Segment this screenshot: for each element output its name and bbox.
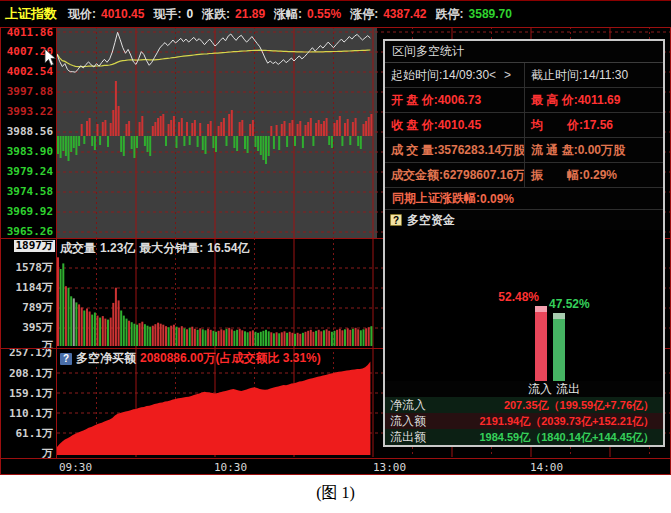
- open-high-row: 开 盘 价: 4006.73 最 高 价: 4011.69: [385, 88, 663, 113]
- amount-amplitude-row: 成交金额: 62798607.16万元 振 幅: 0.29%: [385, 163, 663, 188]
- mouse-cursor: [44, 49, 58, 67]
- funds-legend: 流入 流出: [385, 381, 663, 397]
- open-value: 4006.73: [438, 93, 481, 107]
- price-axis-label: 3988.56: [7, 126, 53, 138]
- time-axis: 09:3010:3013:0014:00: [0, 459, 671, 475]
- outflow-bar: [553, 313, 565, 381]
- frame-sep3: [0, 458, 671, 459]
- axis-divider: [56, 27, 57, 458]
- volume-axis-label: 1184万: [16, 282, 54, 294]
- volume-axis-label: 1578万: [16, 262, 54, 274]
- volume-header: 成交量 1.23亿 最大分钟量: 16.54亿: [60, 240, 249, 257]
- end-time-cell: 截止时间: 14/11:30: [524, 63, 663, 87]
- avg-price-cell: 均 价: 17.56: [524, 113, 663, 137]
- next-interval-button[interactable]: >: [504, 68, 511, 82]
- outflow-legend-label: 流出: [553, 381, 583, 398]
- netbuy-title: 多空净买额: [76, 350, 136, 367]
- total-volume-label: 成 交 量:: [391, 142, 438, 159]
- frame-top: [0, 27, 671, 28]
- close-label: 收 盘 价:: [391, 117, 438, 134]
- price-axis-label: 4002.54: [7, 66, 53, 78]
- total-volume-cell: 成 交 量: 3576283.14万股: [385, 138, 524, 162]
- left-axis-column: 4011.864007.204002.543997.883993.223988.…: [0, 27, 56, 458]
- same-period-label: 同期上证涨跌幅:: [392, 190, 480, 207]
- price-axis-label: 3979.24: [7, 166, 53, 178]
- close-price-cell: 收 盘 价: 4010.45: [385, 113, 524, 137]
- price-axis-label: 3983.90: [7, 146, 53, 158]
- float-shares-value: 0.00万股: [578, 142, 625, 159]
- outflow-pct-label: 47.52%: [549, 297, 609, 311]
- volume-max-value: 16.54亿: [207, 240, 249, 257]
- funds-bar-chart: 52.48%47.52%: [385, 230, 663, 381]
- inflow-bar: [535, 306, 547, 381]
- field-value-limit-up: 4387.42: [383, 7, 426, 21]
- end-time-value: 14/11:30: [582, 68, 628, 82]
- open-label: 开 盘 价:: [391, 92, 438, 109]
- price-axis-label: 3993.22: [7, 106, 53, 118]
- index-name[interactable]: 上证指数: [5, 5, 57, 23]
- funds-title: 多空资金: [407, 212, 455, 229]
- volume-float-row: 成 交 量: 3576283.14万股 流 通 盘: 0.00万股: [385, 138, 663, 163]
- time-range-row: 起始时间: 14/09:30 < > 截止时间: 14/11:30: [385, 63, 663, 88]
- float-shares-label: 流 通 盘:: [531, 142, 578, 159]
- money-axis-label: 110.1万: [9, 408, 53, 420]
- inflow-value: 2191.94亿（2039.73亿+152.21亿）: [438, 414, 658, 429]
- prev-interval-button[interactable]: <: [489, 68, 496, 82]
- turnover-label: 成交金额:: [391, 167, 443, 184]
- turnover-cell: 成交金额: 62798607.16万元: [385, 163, 524, 187]
- outflow-label: 流出额: [390, 429, 438, 446]
- high-label: 最 高 价:: [531, 92, 578, 109]
- money-axis-label: 208.1万: [9, 368, 53, 380]
- volume-title: 成交量: [60, 240, 96, 257]
- help-icon[interactable]: ?: [60, 353, 72, 365]
- field-value-change-pct: 0.55%: [307, 7, 341, 21]
- total-volume-value: 3576283.14万股: [438, 142, 524, 159]
- same-period-row: 同期上证涨跌幅: 0.09%: [385, 188, 663, 210]
- start-time-label: 起始时间:: [391, 67, 442, 84]
- inflow-legend-label: 流入: [525, 381, 555, 398]
- price-axis-label: 3974.58: [7, 186, 53, 198]
- inflow-pct-label: 52.48%: [481, 290, 539, 304]
- field-label-price: 现价:: [68, 6, 96, 23]
- open-price-cell: 开 盘 价: 4006.73: [385, 88, 524, 112]
- avg-value: 17.56: [583, 118, 613, 132]
- netbuy-value: 2080886.00万(占成交额比 3.31%): [140, 350, 321, 367]
- same-period-value: 0.09%: [480, 192, 514, 206]
- field-label-limit-up: 涨停:: [350, 6, 378, 23]
- high-price-cell: 最 高 价: 4011.69: [524, 88, 663, 112]
- field-label-change: 涨跌:: [202, 6, 230, 23]
- inflow-label: 流入额: [390, 413, 438, 430]
- field-label-lot: 现手:: [153, 6, 181, 23]
- outflow-value: 1984.59亿（1840.14亿+144.45亿）: [438, 430, 658, 445]
- end-time-label: 截止时间:: [531, 67, 582, 84]
- float-shares-cell: 流 通 盘: 0.00万股: [524, 138, 663, 162]
- price-axis-label: 3965.26: [7, 226, 53, 238]
- price-axis-label: 4011.86: [7, 27, 53, 39]
- price-axis-label: 3997.88: [7, 86, 53, 98]
- money-axis-label: 159.1万: [9, 388, 53, 400]
- volume-max-label: 最大分钟量:: [139, 240, 203, 257]
- help-icon[interactable]: ?: [390, 214, 402, 226]
- start-time-cell: 起始时间: 14/09:30 < >: [385, 63, 524, 87]
- field-value-lot: 0: [186, 7, 193, 21]
- avg-label: 均 价:: [531, 117, 583, 134]
- time-axis-label: 14:00: [530, 461, 563, 474]
- field-value-limit-down: 3589.70: [469, 7, 512, 21]
- high-value: 4011.69: [578, 93, 621, 107]
- volume-axis-max-label: 1897万: [14, 240, 56, 252]
- close-avg-row: 收 盘 价: 4010.45 均 价: 17.56: [385, 113, 663, 138]
- frame-left: [0, 27, 1, 475]
- volume-axis-label: 789万: [22, 302, 53, 314]
- time-axis-label: 13:00: [373, 461, 406, 474]
- close-value: 4010.45: [438, 118, 481, 132]
- amplitude-cell: 振 幅: 0.29%: [524, 163, 663, 187]
- inflow-row: 流入额 2191.94亿（2039.73亿+152.21亿）: [385, 413, 663, 429]
- start-time-value: 14/09:30: [442, 68, 489, 82]
- netbuy-header: ? 多空净买额 2080886.00万(占成交额比 3.31%): [60, 350, 321, 367]
- money-axis-label: 61.1万: [16, 428, 54, 440]
- field-value-price: 4010.45: [101, 7, 144, 21]
- field-value-change: 21.89: [235, 7, 265, 21]
- interval-stats-panel: 区间多空统计 起始时间: 14/09:30 < > 截止时间: 14/11:30: [383, 39, 665, 447]
- volume-value: 1.23亿: [100, 240, 135, 257]
- chart-area: 4011.864007.204002.543997.883993.223988.…: [0, 27, 671, 475]
